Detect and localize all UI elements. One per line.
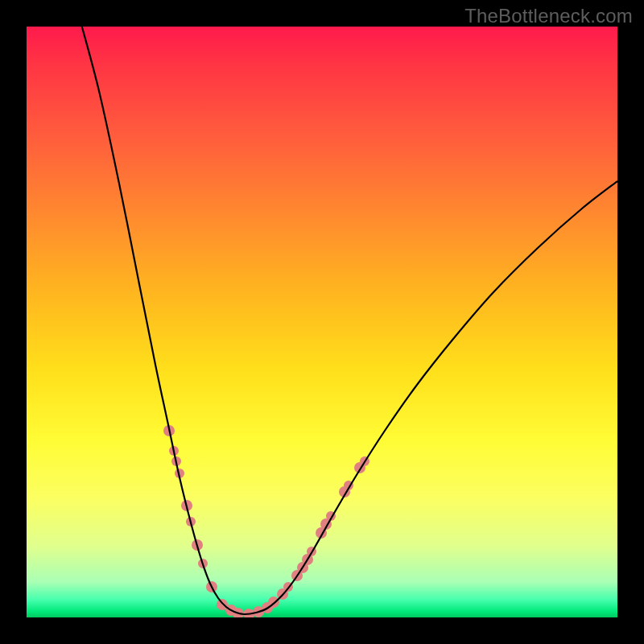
bottleneck-curve	[80, 27, 617, 614]
watermark-text: TheBottleneck.com	[464, 5, 633, 27]
chart-svg	[27, 27, 617, 617]
data-markers	[163, 425, 369, 617]
frame: TheBottleneck.com	[0, 0, 644, 644]
plot-area	[27, 27, 617, 617]
